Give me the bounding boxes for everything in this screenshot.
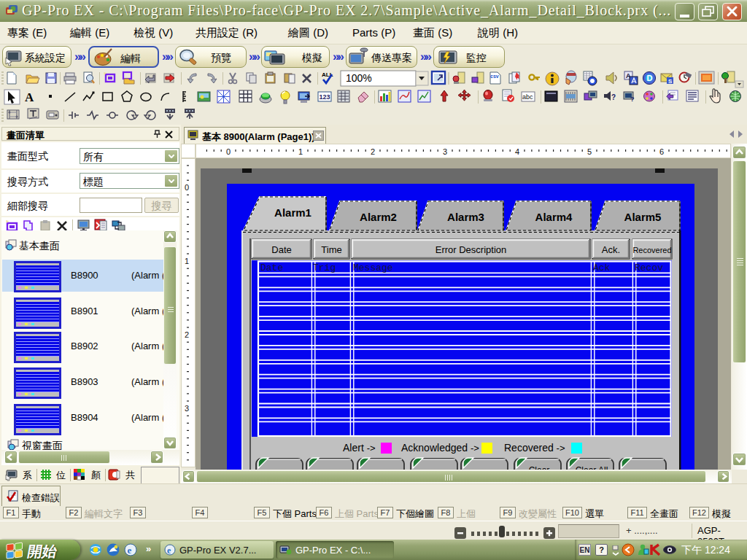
svg-text:0: 0: [226, 147, 231, 156]
svg-text:?: ?: [611, 93, 616, 101]
svg-text:csv: csv: [490, 74, 499, 79]
svg-text:顏: 顏: [91, 470, 101, 481]
svg-text:4: 4: [515, 147, 519, 156]
svg-text:Trig: Trig: [313, 262, 336, 273]
svg-text:?: ?: [630, 96, 635, 103]
svg-text:6: 6: [659, 147, 664, 156]
svg-text:0: 0: [185, 183, 189, 192]
svg-text:D: D: [647, 74, 653, 82]
svg-text:3: 3: [443, 147, 447, 156]
svg-text:Error Description: Error Description: [436, 244, 507, 255]
svg-text:3: 3: [185, 404, 189, 413]
svg-text:2: 2: [371, 147, 375, 156]
svg-text:Message: Message: [353, 262, 393, 273]
svg-text:Recovered ->: Recovered ->: [504, 442, 565, 454]
svg-text:1: 1: [185, 257, 189, 265]
svg-text:Recovered: Recovered: [632, 246, 671, 254]
svg-text:Acknowledged ->: Acknowledged ->: [401, 442, 479, 454]
svg-text:100%: 100%: [346, 72, 372, 84]
svg-text:»: »: [146, 543, 151, 554]
svg-text:5: 5: [587, 147, 592, 156]
svg-text:abc: abc: [522, 93, 533, 101]
svg-text:Alert ->: Alert ->: [343, 442, 376, 454]
svg-text:Alarm2: Alarm2: [360, 211, 397, 223]
svg-text:位: 位: [56, 470, 66, 481]
svg-text:Recov: Recov: [635, 262, 663, 273]
svg-text:Alarm3: Alarm3: [447, 211, 484, 223]
svg-text:S: S: [668, 78, 673, 85]
svg-text:2: 2: [185, 330, 189, 339]
svg-text:Alarm1: Alarm1: [274, 206, 311, 219]
svg-text:共: 共: [125, 470, 135, 481]
svg-text:Ack.: Ack.: [602, 244, 620, 255]
svg-text:123: 123: [320, 93, 330, 101]
svg-text:Time: Time: [321, 244, 341, 255]
svg-text:Ack: Ack: [593, 262, 611, 273]
svg-text:Date: Date: [260, 262, 283, 273]
svg-text:Alarm4: Alarm4: [535, 211, 573, 223]
svg-text:e: e: [127, 545, 131, 556]
svg-text:A: A: [25, 90, 34, 104]
svg-text:1: 1: [298, 147, 303, 156]
svg-text:Alarm5: Alarm5: [624, 211, 662, 223]
svg-text:系: 系: [23, 470, 32, 481]
svg-text:e: e: [167, 545, 171, 556]
svg-text:Date: Date: [271, 244, 291, 255]
